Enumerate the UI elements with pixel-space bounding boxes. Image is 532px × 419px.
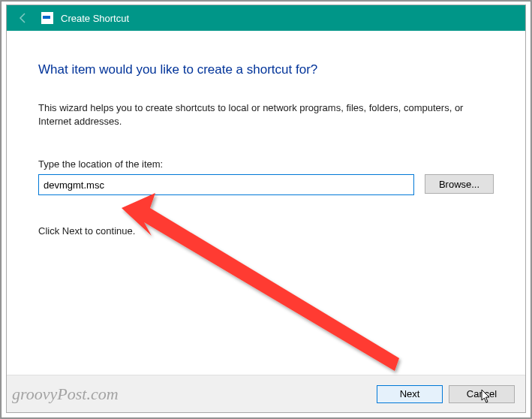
- location-input-row: Browse...: [38, 174, 494, 195]
- continue-instruction: Click Next to continue.: [38, 225, 494, 237]
- window-title: Create Shortcut: [61, 13, 129, 24]
- watermark: groovyPost.com: [12, 384, 119, 404]
- page-description: This wizard helps you to create shortcut…: [38, 101, 494, 128]
- shortcut-icon: [41, 12, 53, 24]
- location-input[interactable]: [38, 174, 414, 195]
- cancel-button[interactable]: Cancel: [449, 385, 515, 403]
- wizard-content: What item would you like to create a sho…: [7, 31, 525, 375]
- wizard-window: Create Shortcut What item would you like…: [6, 5, 526, 413]
- browse-button[interactable]: Browse...: [425, 174, 494, 194]
- titlebar: Create Shortcut: [7, 5, 525, 31]
- page-heading: What item would you like to create a sho…: [38, 62, 494, 77]
- next-button[interactable]: Next: [377, 385, 443, 403]
- back-arrow-icon[interactable]: [13, 8, 34, 29]
- location-label: Type the location of the item:: [38, 158, 494, 170]
